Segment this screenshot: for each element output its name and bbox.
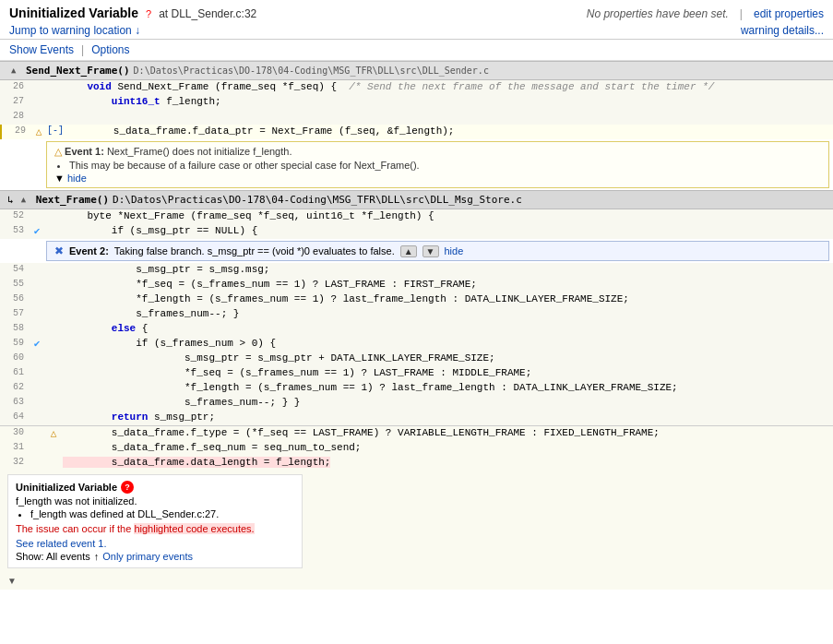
line-icon-31 <box>30 441 44 442</box>
line-code-53: if (s_msg_ptr == NULL) { <box>63 224 833 236</box>
toolbar: Show Events | Options <box>0 40 833 61</box>
line-icon-62 <box>30 381 44 382</box>
jump-to-warning-link[interactable]: Jump to warning location ↓ <box>9 24 140 37</box>
line-num-58: 58 <box>4 322 30 333</box>
code-line-55: 55 *f_seq = (s_frames_num == 1) ? LAST_F… <box>0 278 833 292</box>
event2-icon: ✖ <box>54 244 64 257</box>
code-line-28: 28 <box>0 110 833 125</box>
line-num-62: 62 <box>4 381 30 392</box>
line-extra-30: △ <box>44 426 63 439</box>
bottom-warning-box: Uninitialized Variable ? f_length was no… <box>7 474 303 568</box>
line-code-57: s_frames_num--; } <box>63 307 833 319</box>
section2-up-arrow[interactable]: ▲ <box>21 195 32 206</box>
down-triangle: ▼ <box>7 576 17 586</box>
down-triangle-area: ▼ <box>0 572 833 590</box>
event1-label: Event 1: <box>65 146 104 157</box>
line-code-28 <box>63 110 833 111</box>
line-code-27: uint16_t f_length; <box>63 95 833 107</box>
section1-up-arrow[interactable]: ▲ <box>11 66 22 77</box>
code-line-64: 64 return s_msg_ptr; <box>0 411 833 425</box>
toolbar-sep: | <box>81 43 84 56</box>
line-extra-52 <box>44 209 63 210</box>
code-section3: 30 △ s_data_frame.f_type = (*f_seq == LA… <box>0 426 833 471</box>
bottom-line1: f_length was not initialized. <box>16 495 294 507</box>
event2-up-btn[interactable]: ▲ <box>400 245 417 257</box>
line-code-63: s_frames_num--; } } <box>63 396 833 408</box>
bottom-bullet: f_length was defined at DLL_Sender.c:27. <box>30 508 294 519</box>
line-num-56: 56 <box>4 292 30 304</box>
section1-header: ▲ Send_Next_Frame() D:\Datos\Practicas\D… <box>0 61 833 80</box>
warning-details-link[interactable]: warning details... <box>741 24 824 37</box>
warning-header: Uninitialized Variable? at DLL_Sender.c:… <box>0 0 833 40</box>
line-num-27: 27 <box>4 95 30 106</box>
bottom-warning-badge: ? <box>121 481 134 494</box>
line-num-31: 31 <box>4 441 30 452</box>
event1-hide-link[interactable]: hide <box>67 173 87 184</box>
line-code-52: byte *Next_Frame (frame_seq *f_seq, uint… <box>63 209 833 221</box>
line-extra-61 <box>44 366 63 367</box>
line-code-64: return s_msg_ptr; <box>63 411 833 423</box>
line-code-61: *f_seq = (s_frames_num == 1) ? LAST_FRAM… <box>63 366 833 378</box>
line-icon-26 <box>30 80 44 81</box>
edit-properties-link[interactable]: edit properties <box>754 7 824 20</box>
event2-hide-link[interactable]: hide <box>445 245 464 256</box>
event1-triangle-icon: ▼ <box>54 173 65 184</box>
bottom-warning-text: Uninitialized Variable <box>16 482 117 493</box>
show-events-link[interactable]: Show Events <box>9 43 74 56</box>
code-line-54: 54 s_msg_ptr = s_msg.msg; <box>0 263 833 278</box>
pipe-sep: ↑ <box>94 551 100 562</box>
line-icon-57 <box>30 307 44 308</box>
code-section1: 26 void Send_Next_Frame (frame_seq *f_se… <box>0 80 833 139</box>
line-extra-55 <box>44 278 63 279</box>
code-line-52: 52 byte *Next_Frame (frame_seq *f_seq, u… <box>0 209 833 224</box>
warning-title: Uninitialized Variable <box>9 6 138 20</box>
line-icon-63 <box>30 396 44 397</box>
code-line-32: 32 s_data_frame.data_length = f_length; <box>0 456 833 471</box>
only-primary-link[interactable]: Only primary events <box>102 551 193 562</box>
line-code-56: *f_length = (s_frames_num == 1) ? last_f… <box>63 292 833 304</box>
code-line-27: 27 uint16_t f_length; <box>0 95 833 110</box>
line-icon-56 <box>30 292 44 293</box>
see-related-link[interactable]: See related event 1. <box>16 538 106 549</box>
options-link[interactable]: Options <box>91 43 129 56</box>
line-code-54: s_msg_ptr = s_msg.msg; <box>63 263 833 275</box>
line-extra-58 <box>44 322 63 323</box>
line-code-32: s_data_frame.data_length = f_length; <box>63 456 833 468</box>
code-line-30: 30 △ s_data_frame.f_type = (*f_seq == LA… <box>0 426 833 441</box>
warning-badge: ? <box>146 8 151 19</box>
line-icon-29: △ <box>31 125 46 137</box>
line-code-58: else { <box>63 322 833 334</box>
line-code-30: s_data_frame.f_type = (*f_seq == LAST_FR… <box>63 426 833 438</box>
line-code-26: void Send_Next_Frame (frame_seq *f_seq) … <box>63 80 833 92</box>
code-line-60: 60 s_msg_ptr = s_msg_ptr + DATA_LINK_LAY… <box>0 352 833 366</box>
event1-box: △ Event 1: Next_Frame() does not initial… <box>46 141 829 188</box>
line-extra-62 <box>44 381 63 382</box>
line-icon-52 <box>30 209 44 210</box>
line-code-59: if (s_frames_num > 0) { <box>63 337 833 349</box>
line-icon-54 <box>30 263 44 264</box>
event1-warning-icon: △ <box>54 146 62 157</box>
section1-func: Send_Next_Frame() <box>26 65 130 77</box>
line-extra-26 <box>44 80 63 81</box>
event1-text: Next_Frame() does not initialize f_lengt… <box>107 146 292 157</box>
line-extra-29[interactable]: [-] <box>46 125 65 136</box>
code-line-56: 56 *f_length = (s_frames_num == 1) ? las… <box>0 292 833 307</box>
show-label: Show: All events <box>16 551 90 562</box>
event2-text: Taking false branch. s_msg_ptr == (void … <box>114 245 395 256</box>
line-extra-32 <box>44 456 63 457</box>
line-extra-60 <box>44 352 63 352</box>
section2-prefix: ↳ <box>7 194 14 206</box>
line-code-29: s_data_frame.f_data_ptr = Next_Frame (f_… <box>65 125 833 137</box>
line-extra-53 <box>44 224 63 225</box>
line-code-62: *f_length = (s_frames_num == 1) ? last_f… <box>63 381 833 393</box>
line-icon-55 <box>30 278 44 279</box>
line-icon-27 <box>30 95 44 96</box>
event1-list: This may be because of a failure case or… <box>69 160 821 171</box>
code-line-29: 29 △ [-] s_data_frame.f_data_ptr = Next_… <box>0 125 833 139</box>
line-icon-64 <box>30 411 44 411</box>
line-num-57: 57 <box>4 307 30 318</box>
at-location: at DLL_Sender.c:32 <box>159 7 256 20</box>
bottom-bullet-list: f_length was defined at DLL_Sender.c:27. <box>30 508 294 519</box>
event2-down-btn[interactable]: ▼ <box>422 245 439 257</box>
line-extra-54 <box>44 263 63 264</box>
